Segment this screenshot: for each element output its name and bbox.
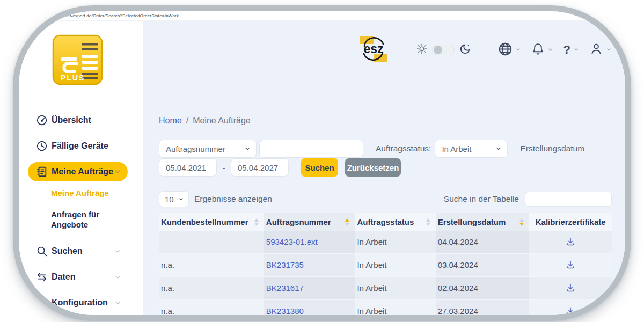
filter-row-1: Auftragsnummer Auftragsstatus: In Arbeit…	[159, 140, 612, 158]
date-range-separator: -	[217, 163, 231, 172]
bell-icon	[531, 42, 545, 58]
table-row: 593423-01.ext In Arbeit 04.04.2024	[159, 231, 612, 254]
download-icon	[565, 306, 576, 317]
sidebar-item-suchen[interactable]: Suchen	[28, 241, 128, 261]
page-size-label: Ergebnisse anzeigen	[194, 194, 272, 204]
cell-auftragsnummer: BK231617	[264, 277, 355, 299]
order-link[interactable]: BK231617	[266, 283, 304, 292]
sidebar-nav: Übersicht Fällige Geräte	[19, 111, 143, 319]
breadcrumb-home-link[interactable]: Home	[159, 116, 182, 126]
chevron-down-icon	[244, 145, 251, 152]
gauge-icon	[36, 114, 48, 126]
status-select[interactable]: In Arbeit	[435, 140, 508, 158]
content-header: esz	[159, 35, 612, 64]
cell-kundenbestellnummer: n.a.	[159, 277, 264, 299]
download-icon	[565, 237, 576, 247]
sidebar-item-faellige-geraete[interactable]: Fällige Geräte	[28, 136, 128, 156]
download-certificate-button[interactable]	[564, 259, 577, 272]
reset-button[interactable]: Zurücksetzen	[345, 158, 401, 177]
chevron-down-icon	[515, 45, 521, 55]
sort-desc-icon	[519, 218, 524, 226]
main-content: esz	[143, 21, 625, 315]
cell-zertifikate	[529, 231, 612, 253]
help-dropdown[interactable]: ?	[564, 44, 579, 56]
notifications-dropdown[interactable]	[531, 42, 553, 58]
cell-datum: 03.04.2024	[436, 254, 530, 276]
gear-icon	[36, 297, 48, 309]
column-header-auftragsnummer[interactable]: Auftragsnummer	[264, 213, 355, 231]
sidebar-item-uebersicht[interactable]: Übersicht	[28, 111, 128, 130]
chevron-down-icon	[606, 45, 612, 55]
plus-logo-icon: PLUS	[52, 34, 103, 85]
sidebar-item-meine-auftraege[interactable]: Meine Aufträge	[28, 162, 128, 181]
search-value-input[interactable]	[259, 140, 363, 158]
browser-url-bar[interactable]: sset-expert.de/Order/Search?SelectedOrde…	[19, 11, 625, 21]
date-from-input[interactable]	[159, 158, 217, 177]
table-row: n.a. BK231735 In Arbeit 03.04.2024	[159, 254, 612, 277]
chevron-down-icon	[114, 248, 121, 255]
table-row: n.a. BK231617 In Arbeit 02.04.2024	[159, 277, 612, 300]
toggle-knob	[434, 46, 442, 54]
search-icon	[36, 245, 48, 257]
sidebar: PLUS Übersicht	[19, 21, 143, 315]
chevron-down-icon	[547, 45, 553, 55]
help-icon: ?	[564, 44, 570, 56]
column-header-kalibrierzertifikate: Kalibrierzertifikate	[529, 213, 612, 231]
sidebar-item-konfiguration[interactable]: Konfiguration	[28, 293, 128, 312]
download-certificate-button[interactable]	[564, 282, 577, 295]
chevron-down-icon	[495, 145, 502, 152]
column-header-erstellungsdatum[interactable]: Erstellungsdatum	[436, 213, 530, 231]
submenu-item-meine-auftraege[interactable]: Meine Aufträge	[51, 188, 143, 198]
url-text: sset-expert.de/Order/Search?SelectedOrde…	[63, 13, 179, 18]
app-logo: PLUS	[52, 34, 103, 87]
breadcrumb-current: Meine Aufträge	[193, 116, 251, 126]
download-certificate-button[interactable]	[564, 236, 577, 248]
column-header-auftragsstatus[interactable]: Auftragsstatus	[355, 213, 435, 231]
order-link[interactable]: BK231735	[266, 260, 304, 269]
globe-icon	[498, 42, 513, 58]
theme-switcher	[416, 43, 471, 57]
breadcrumb: Home / Meine Aufträge	[159, 116, 612, 126]
clock-icon	[36, 140, 48, 152]
filter-row-2: - Suchen Zurücksetzen	[159, 158, 612, 177]
cell-zertifikate	[529, 300, 612, 321]
creation-date-label: Erstellungsdatum	[520, 144, 584, 153]
sidebar-item-daten[interactable]: Daten	[28, 267, 128, 287]
user-icon	[589, 42, 603, 58]
cell-datum: 04.04.2024	[436, 231, 530, 253]
theme-toggle[interactable]	[432, 45, 455, 55]
cell-kundenbestellnummer: n.a.	[159, 254, 264, 276]
column-header-kundenbestellnummer[interactable]: Kundenbestellnummer	[159, 213, 264, 231]
order-link[interactable]: 593423-01.ext	[266, 237, 318, 246]
orders-table: Kundenbestellnummer Auftragsnummer Auftr…	[159, 213, 612, 321]
table-search-label: Suche in der Tabelle	[444, 194, 519, 204]
sidebar-submenu: Meine Aufträge Anfragen für Angebote	[51, 188, 143, 230]
download-certificate-button[interactable]	[564, 305, 577, 318]
chevron-down-icon	[114, 168, 121, 175]
moon-icon	[459, 43, 471, 57]
table-search-input[interactable]	[525, 192, 612, 207]
status-label: Auftragsstatus:	[376, 144, 431, 153]
order-link[interactable]: BK231380	[266, 306, 304, 316]
cell-kundenbestellnummer: n.a.	[159, 300, 264, 321]
cell-auftragsnummer: 593423-01.ext	[264, 231, 355, 253]
table-row: n.a. BK231380 In Arbeit 27.03.2024	[159, 300, 612, 321]
sort-icon	[254, 218, 259, 226]
page-size-select[interactable]: 10	[159, 191, 189, 207]
device-frame: sset-expert.de/Order/Search?SelectedOrde…	[13, 5, 631, 321]
date-to-input[interactable]	[231, 158, 289, 177]
cell-status: In Arbeit	[355, 277, 435, 299]
search-field-select[interactable]: Auftragsnummer	[159, 140, 257, 158]
esz-brand-text: esz	[363, 42, 383, 56]
download-icon	[565, 260, 576, 270]
search-button[interactable]: Suchen	[301, 158, 338, 177]
cell-zertifikate	[529, 254, 612, 276]
chevron-down-icon	[114, 274, 121, 281]
table-controls: 10 Ergebnisse anzeigen Suche in der Tabe…	[159, 191, 612, 207]
breadcrumb-separator: /	[186, 116, 188, 126]
cell-datum: 02.04.2024	[436, 277, 530, 299]
submenu-item-anfragen-fuer-angebote[interactable]: Anfragen für Angebote	[51, 209, 115, 230]
language-dropdown[interactable]	[498, 42, 521, 58]
user-dropdown[interactable]	[589, 42, 612, 58]
download-icon	[565, 283, 576, 294]
